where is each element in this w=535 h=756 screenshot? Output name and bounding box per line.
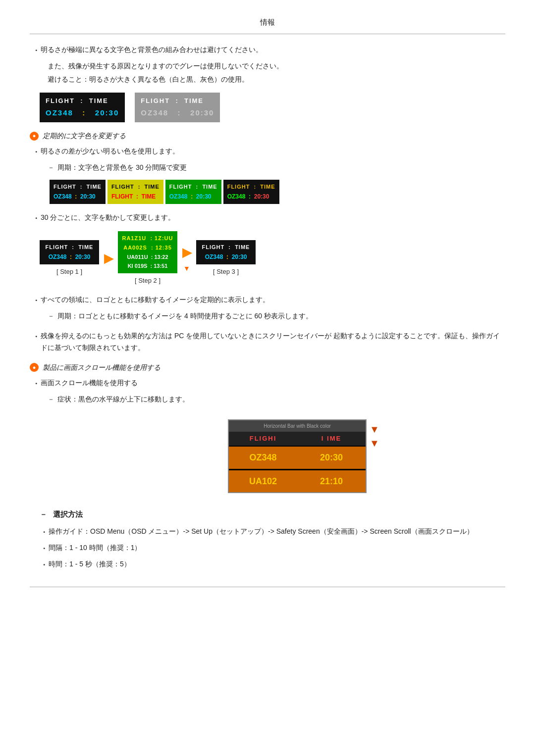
hbar-row1-col2: 20:30 — [297, 447, 366, 469]
hbar-col2-header: I IME — [297, 432, 366, 446]
hbar-title: Horizontal Bar with Black color — [229, 420, 366, 432]
sub-dash-2a: － 周期：文字色と背景色を 30 分間隔で変更 — [48, 162, 505, 174]
bullet-item-3: ・ 30 分ごとに、文字を動かして変更します。 — [30, 212, 505, 225]
page-header: 情報 — [30, 10, 505, 34]
sub-item-1a: また、残像が発生する原因となりますのでグレーは使用しないでください。 — [30, 60, 505, 72]
orange-heading-1: ● 定期的に文字色を変更する — [30, 130, 505, 142]
sub-text-4a: 周期：ロゴとともに移動するイメージを 4 時間使用するごとに 60 秒表示します… — [57, 310, 313, 322]
sel-dot-1: ・ — [40, 526, 49, 539]
step2-line4: KI 019S : 13:51 — [122, 261, 173, 271]
flight-label-gray: FLIGHT : TIME — [141, 96, 214, 106]
color-box-1: FLIGHT : TIME OZ348 : 20:30 — [50, 180, 106, 204]
cb2-data: FLIGHT : TIME — [111, 192, 160, 202]
hbar-row2-col1: UA102 — [229, 470, 297, 493]
step1-data: OZ348 : 20:30 — [44, 252, 95, 262]
step3-time: 20:30 — [232, 253, 247, 260]
sel-text-1: 操作ガイド：OSD Menu（OSD メニュー）-> Set Up（セットアップ… — [49, 526, 505, 538]
cb2-label: FLIGHT : TIME — [111, 182, 160, 192]
bullet-dot-4: ・ — [32, 294, 41, 307]
dash-char-4a: － — [48, 310, 57, 322]
step3-flight: OZ348 — [205, 253, 223, 260]
step1-display: FLIGHT : TIME OZ348 : 20:30 — [40, 240, 99, 264]
hbar-wrapper: Horizontal Bar with Black color FLIGHI I… — [129, 412, 505, 500]
cb4-flight: OZ348 — [227, 193, 246, 200]
color-box-3: FLIGHT : TIME OZ348 : 20:30 — [165, 180, 221, 204]
page-footer — [30, 587, 505, 592]
sub-text-1b: 避けること：明るさが大きく異なる色（白と黒、灰色）の使用。 — [48, 75, 249, 83]
bullet-text-4: すべての領域に、ロゴとともに移動するイメージを定期的に表示します。 — [41, 294, 505, 306]
bullet-item-1: ・ 明るさが極端に異なる文字色と背景色の組み合わせは避けてください。 — [30, 44, 505, 57]
step-1-box: FLIGHT : TIME OZ348 : 20:30 [ Step 1 ] — [40, 240, 99, 277]
hbar-row2-col2: 21:10 — [297, 470, 366, 493]
flight-label-black: FLIGHT : TIME — [46, 96, 119, 106]
flight-number-black: OZ348 — [46, 108, 73, 117]
sel-heading-text: 選択方法 — [53, 508, 83, 521]
color-box-4: FLIGHT : TIME OZ348 : 20:30 — [223, 180, 279, 204]
hbar-col1-header: FLIGHI — [229, 432, 297, 446]
sel-dot-3: ・ — [40, 558, 49, 572]
section-screen-scroll: ・ 画面スクロール機能を使用する － 症状：黒色の水平線が上下に移動します。 H… — [30, 377, 505, 500]
bullet-dot-2: ・ — [32, 146, 41, 159]
hbar-side-arrows: ▼ ▼ — [370, 412, 379, 448]
bullet-item-5: ・ 残像を抑えるのにもっとも効果的な方法は PC を使用していないときにスクリー… — [30, 330, 505, 354]
step-3-box: FLIGHT : TIME OZ348 : 20:30 [ Step 3 ] — [196, 240, 256, 277]
color-boxes-row: FLIGHT : TIME OZ348 : 20:30 FLIGHT : TIM… — [50, 180, 505, 204]
step1-label: FLIGHT : TIME — [44, 243, 95, 252]
step2-label-text: [ Step 2 ] — [118, 275, 177, 286]
orange-heading-text-1: 定期的に文字色を変更する — [43, 130, 126, 142]
cb4-time: 20:30 — [254, 193, 269, 200]
step3-data: OZ348 : 20:30 — [200, 252, 252, 262]
color-box-2: FLIGHT : TIME FLIGHT : TIME — [107, 180, 163, 204]
sel-dot-2: ・ — [40, 542, 49, 555]
cb3-label: FLIGHT : TIME — [169, 182, 217, 192]
orange-heading-text-2: 製品に画面スクロール機能を使用する — [43, 362, 160, 374]
arrow-right-icon-2: ▶ — [182, 243, 191, 263]
flight-box-black: FLIGHT : TIME OZ348 : 20:30 — [40, 93, 125, 122]
sub-item-6a: － 症状：黒色の水平線が上下に移動します。 — [30, 394, 505, 405]
section-selection: － 選択方法 ・ 操作ガイド：OSD Menu（OSD メニュー）-> Set … — [30, 508, 505, 572]
bullet-text-6: 画面スクロール機能を使用する — [41, 377, 505, 389]
sub-dash-6a: － 症状：黒色の水平線が上下に移動します。 — [48, 394, 505, 405]
section-color-contrast: ・ 明るさが極端に異なる文字色と背景色の組み合わせは避けてください。 また、残像… — [30, 44, 505, 122]
hbar-arrow-down-1: ▼ — [370, 424, 379, 434]
bullet-item-6: ・ 画面スクロール機能を使用する — [30, 377, 505, 391]
cb3-flight: OZ348 — [169, 193, 188, 200]
step3-display: FLIGHT : TIME OZ348 : 20:30 — [196, 240, 256, 264]
selection-heading: － 選択方法 — [40, 508, 505, 521]
sel-text-3: 時間：1 - 5 秒（推奨：5） — [49, 558, 505, 570]
sub-item-1b: 避けること：明るさが大きく異なる色（白と黒、灰色）の使用。 — [30, 74, 505, 86]
sub-text-6a: 症状：黒色の水平線が上下に移動します。 — [57, 394, 189, 405]
step2-display: RA1Z1U : 1Z:UU AA002S : 12:35 UA011U : 1… — [118, 231, 177, 273]
bullet-text-5: 残像を抑えるのにもっとも効果的な方法は PC を使用していないときにスクリーンセ… — [41, 330, 505, 354]
orange-circle-icon-2: ● — [30, 363, 39, 372]
sub-text-2a: 周期：文字色と背景色を 30 分間隔で変更 — [57, 162, 187, 174]
bullet-dot-5: ・ — [32, 330, 41, 344]
section-color-change: ・ 明るさの差が少ない明るい色を使用します。 － 周期：文字色と背景色を 30 … — [30, 146, 505, 204]
bullet-text-1: 明るさが極端に異なる文字色と背景色の組み合わせは避けてください。 — [41, 44, 505, 56]
bullet-text-3: 30 分ごとに、文字を動かして変更します。 — [41, 212, 505, 224]
cb4-label: FLIGHT : TIME — [227, 182, 275, 192]
sub-dash-4a: － 周期：ロゴとともに移動するイメージを 4 時間使用するごとに 60 秒表示し… — [48, 310, 505, 322]
bullet-dot-6: ・ — [32, 377, 41, 391]
flight-data-black: OZ348 : 20:30 — [46, 106, 119, 119]
step1-flight: OZ348 — [49, 253, 67, 260]
dash-char-2a: － — [48, 162, 57, 174]
bullet-dot-1: ・ — [32, 44, 41, 57]
flight-box-gray: FLIGHT : TIME OZ348 : 20:30 — [135, 93, 220, 122]
bullet-item-4: ・ すべての領域に、ロゴとともに移動するイメージを定期的に表示します。 — [30, 294, 505, 307]
page-title: 情報 — [260, 18, 275, 26]
step3-label-text: [ Step 3 ] — [196, 266, 256, 277]
dash-char-6a: － — [48, 394, 57, 405]
step2-line3: UA011U : 13:22 — [122, 252, 173, 262]
flight-time-black: 20:30 — [95, 108, 119, 117]
sub-item-2a: － 周期：文字色と背景色を 30 分間隔で変更 — [30, 162, 505, 174]
sel-text-2: 間隔：1 - 10 時間（推奨：1） — [49, 542, 505, 554]
cb3-time: 20:30 — [196, 193, 212, 200]
hbar-row-1: OZ348 20:30 — [229, 447, 366, 470]
arrow-down-icon: ▼ — [183, 263, 190, 275]
step3-label: FLIGHT : TIME — [200, 243, 252, 252]
step-2-box: RA1Z1U : 1Z:UU AA002S : 12:35 UA011U : 1… — [118, 231, 177, 286]
bullet-item-2: ・ 明るさの差が少ない明るい色を使用します。 — [30, 146, 505, 159]
hbar-row-2: UA102 21:10 — [229, 470, 366, 493]
bullet-dot-3: ・ — [32, 212, 41, 225]
